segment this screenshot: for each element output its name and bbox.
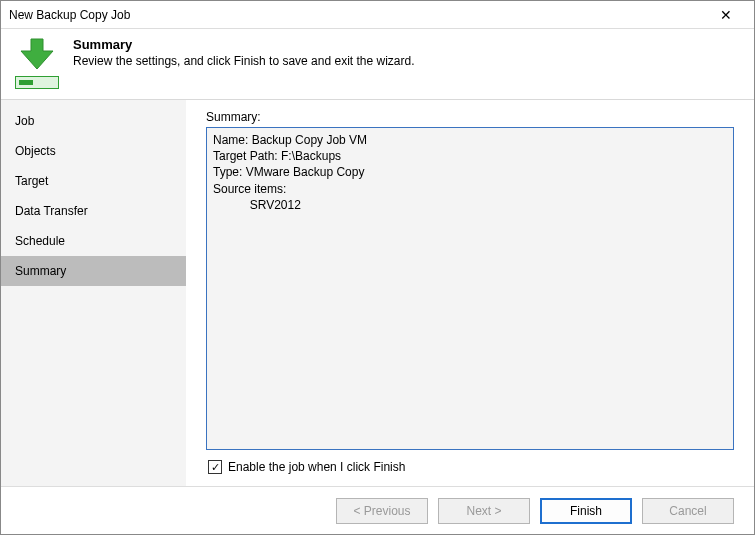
nav-item-objects[interactable]: Objects (1, 136, 186, 166)
cancel-button[interactable]: Cancel (642, 498, 734, 524)
next-button[interactable]: Next > (438, 498, 530, 524)
wizard-footer: < Previous Next > Finish Cancel (1, 486, 754, 534)
nav-item-summary[interactable]: Summary (1, 256, 186, 286)
wizard-icon (15, 37, 59, 89)
window-title: New Backup Copy Job (9, 8, 706, 22)
titlebar: New Backup Copy Job ✕ (1, 1, 754, 29)
wizard-header-text: Summary Review the settings, and click F… (73, 37, 415, 68)
summary-textbox[interactable]: Name: Backup Copy Job VM Target Path: F:… (206, 127, 734, 450)
finish-button[interactable]: Finish (540, 498, 632, 524)
nav-item-data-transfer[interactable]: Data Transfer (1, 196, 186, 226)
summary-label: Summary: (206, 110, 734, 124)
main-area: JobObjectsTargetData TransferScheduleSum… (1, 99, 754, 486)
tape-icon (15, 76, 59, 89)
nav-item-schedule[interactable]: Schedule (1, 226, 186, 256)
wizard-header: Summary Review the settings, and click F… (1, 29, 754, 99)
nav-item-target[interactable]: Target (1, 166, 186, 196)
previous-button[interactable]: < Previous (336, 498, 428, 524)
close-icon[interactable]: ✕ (706, 1, 746, 28)
wizard-nav: JobObjectsTargetData TransferScheduleSum… (1, 100, 186, 486)
checkbox-icon: ✓ (208, 460, 222, 474)
checkbox-label: Enable the job when I click Finish (228, 460, 405, 474)
page-title: Summary (73, 37, 415, 52)
nav-item-job[interactable]: Job (1, 106, 186, 136)
download-arrow-icon (17, 37, 57, 71)
enable-job-checkbox[interactable]: ✓ Enable the job when I click Finish (206, 450, 734, 478)
page-subtitle: Review the settings, and click Finish to… (73, 54, 415, 68)
content-pane: Summary: Name: Backup Copy Job VM Target… (186, 100, 754, 486)
